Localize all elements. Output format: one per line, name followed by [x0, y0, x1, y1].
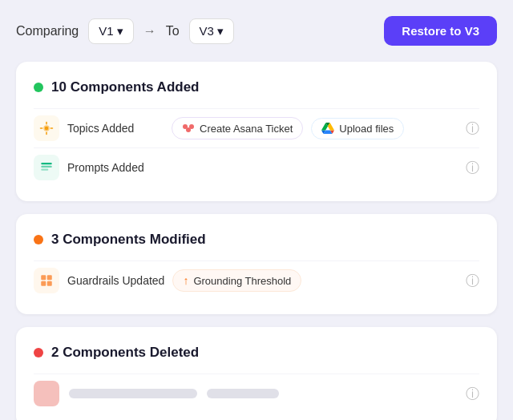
guardrails-info-icon[interactable]: ⓘ — [466, 272, 479, 290]
deleted-bar-long-1 — [69, 389, 197, 398]
v1-value: V1 — [99, 24, 113, 38]
svg-rect-14 — [41, 281, 46, 286]
deleted-dot — [34, 348, 43, 357]
asana-tag[interactable]: Create Asana Ticket — [172, 117, 303, 139]
drive-tag[interactable]: Upload files — [311, 118, 404, 139]
asana-logo-icon — [182, 122, 195, 135]
arrow-icon: → — [143, 24, 156, 38]
svg-point-7 — [183, 124, 188, 129]
guardrails-icon-svg — [39, 273, 54, 288]
svg-rect-9 — [41, 163, 52, 164]
added-dot — [34, 83, 43, 92]
v3-selector[interactable]: V3 ▾ — [189, 18, 234, 44]
svg-point-5 — [45, 127, 49, 131]
topics-icon — [34, 115, 59, 141]
svg-point-8 — [189, 124, 194, 129]
deleted-icon-1 — [34, 381, 59, 406]
modified-title-text: 3 Components Modified — [51, 232, 206, 248]
svg-rect-12 — [41, 275, 46, 280]
topics-info-icon[interactable]: ⓘ — [466, 119, 479, 138]
svg-rect-11 — [41, 169, 48, 171]
to-label: To — [166, 24, 180, 38]
added-title-text: 10 Components Added — [51, 79, 200, 95]
threshold-arrow-icon: ↑ — [183, 274, 188, 287]
added-section-title: 10 Components Added — [34, 79, 479, 95]
comparing-label: Comparing — [16, 24, 79, 38]
prompts-icon — [34, 155, 59, 180]
prompts-added-row: Prompts Added ⓘ — [34, 147, 479, 187]
added-card: 10 Components Added Topics Added Create … — [16, 62, 497, 201]
prompts-name: Prompts Added — [67, 161, 164, 174]
deleted-card: 2 Components Deleted ⓘ — [16, 327, 497, 420]
topics-added-row: Topics Added Create Asana Ticket Upload … — [34, 108, 479, 147]
svg-rect-13 — [47, 275, 52, 280]
deleted-bar-short-1 — [207, 389, 279, 398]
v1-selector[interactable]: V1 ▾ — [88, 18, 133, 44]
guardrails-name: Guardrails Updated — [67, 274, 164, 287]
restore-button[interactable]: Restore to V3 — [384, 16, 497, 46]
deleted-title-text: 2 Components Deleted — [51, 345, 199, 361]
guardrails-icon — [34, 268, 59, 293]
svg-rect-10 — [41, 166, 52, 168]
svg-rect-15 — [47, 281, 52, 286]
deleted-info-icon-1[interactable]: ⓘ — [466, 385, 479, 403]
v3-chevron-icon: ▾ — [217, 24, 224, 38]
header: Comparing V1 ▾ → To V3 ▾ Restore to V3 — [16, 16, 497, 46]
prompts-icon-svg — [39, 160, 54, 175]
topics-name: Topics Added — [67, 122, 164, 135]
deleted-row-1: ⓘ — [34, 374, 479, 413]
modified-section-title: 3 Components Modified — [34, 232, 479, 248]
guardrails-row: Guardrails Updated ↑ Grounding Threshold… — [34, 260, 479, 300]
v1-chevron-icon: ▾ — [117, 24, 123, 38]
threshold-label: Grounding Threshold — [193, 275, 291, 287]
v3-value: V3 — [200, 24, 214, 38]
drive-logo-icon — [321, 123, 334, 134]
modified-card: 3 Components Modified Guardrails Updated… — [16, 214, 497, 314]
threshold-tag[interactable]: ↑ Grounding Threshold — [172, 269, 301, 292]
prompts-info-icon[interactable]: ⓘ — [466, 159, 479, 177]
modified-dot — [34, 235, 43, 244]
asana-tag-label: Create Asana Ticket — [200, 123, 293, 135]
drive-tag-label: Upload files — [339, 123, 394, 135]
deleted-section-title: 2 Components Deleted — [34, 345, 479, 361]
